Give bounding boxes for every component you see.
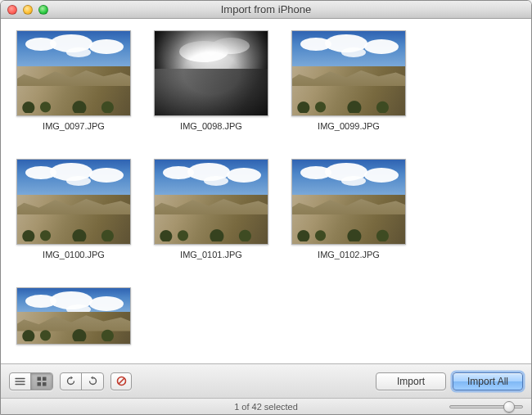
- rotate-cw-button[interactable]: [82, 373, 103, 390]
- view-switcher: [9, 372, 53, 390]
- svg-rect-3: [38, 377, 42, 381]
- photo-thumbnail[interactable]: [154, 159, 268, 245]
- svg-rect-4: [43, 377, 47, 381]
- svg-line-10: [119, 378, 124, 384]
- photo-thumbnail[interactable]: [16, 287, 131, 345]
- window-title: Import from iPhone: [1, 3, 531, 16]
- photo-thumbnail[interactable]: [291, 159, 406, 245]
- svg-marker-8: [91, 377, 93, 380]
- rotate-ccw-icon: [65, 376, 76, 386]
- photo-filename: IMG_0098.JPG: [180, 121, 242, 131]
- svg-rect-5: [38, 382, 42, 386]
- zoom-button[interactable]: [38, 5, 48, 15]
- list-view-button[interactable]: [10, 373, 31, 390]
- svg-rect-6: [43, 382, 47, 386]
- grid-view-icon: [37, 377, 47, 386]
- rotate-group: [60, 372, 104, 390]
- photo-item[interactable]: IMG_0097.JPG: [12, 30, 135, 131]
- photo-filename: IMG_0101.JPG: [180, 250, 242, 259]
- photo-item[interactable]: IMG_0098.JPG: [150, 30, 273, 131]
- photo-item[interactable]: IMG_0102.JPG: [287, 159, 410, 259]
- photo-thumbnail[interactable]: [291, 30, 406, 116]
- slider-knob[interactable]: [503, 401, 515, 413]
- photo-item[interactable]: IMG_0099.JPG: [287, 30, 410, 131]
- photo-item[interactable]: [12, 287, 135, 345]
- reject-button[interactable]: [110, 372, 132, 390]
- window-controls: [1, 5, 48, 15]
- photo-filename: IMG_0102.JPG: [318, 250, 380, 259]
- list-view-icon: [15, 377, 25, 386]
- svg-marker-7: [71, 377, 74, 380]
- thumbnail-size-slider[interactable]: [449, 402, 523, 412]
- photo-filename: IMG_0099.JPG: [318, 121, 380, 131]
- photo-item[interactable]: IMG_0100.JPG: [12, 159, 135, 259]
- photo-thumbnail[interactable]: [16, 30, 131, 116]
- import-all-button-label: Import All: [467, 376, 508, 387]
- import-button-label: Import: [397, 376, 425, 387]
- grid-view-button[interactable]: [31, 373, 52, 390]
- minimize-button[interactable]: [23, 5, 33, 15]
- photo-thumbnail[interactable]: [16, 159, 131, 245]
- photo-filename: IMG_0100.JPG: [43, 250, 105, 259]
- rotate-cw-icon: [88, 376, 98, 386]
- import-all-button[interactable]: Import All: [453, 372, 523, 390]
- photo-filename: IMG_0097.JPG: [43, 121, 105, 131]
- photo-grid-container: IMG_0097.JPGIMG_0098.JPGIMG_0099.JPGIMG_…: [1, 19, 531, 363]
- photo-grid: IMG_0097.JPGIMG_0098.JPGIMG_0099.JPGIMG_…: [12, 30, 520, 345]
- import-button[interactable]: Import: [376, 372, 446, 390]
- no-entry-icon: [116, 376, 127, 386]
- statusbar: 1 of 42 selected: [1, 398, 531, 414]
- rotate-ccw-button[interactable]: [61, 373, 82, 390]
- photo-thumbnail[interactable]: [154, 30, 268, 116]
- close-button[interactable]: [7, 5, 17, 15]
- toolbar: Import Import All: [1, 363, 531, 398]
- photo-item[interactable]: IMG_0101.JPG: [150, 159, 273, 259]
- titlebar: Import from iPhone: [1, 1, 531, 19]
